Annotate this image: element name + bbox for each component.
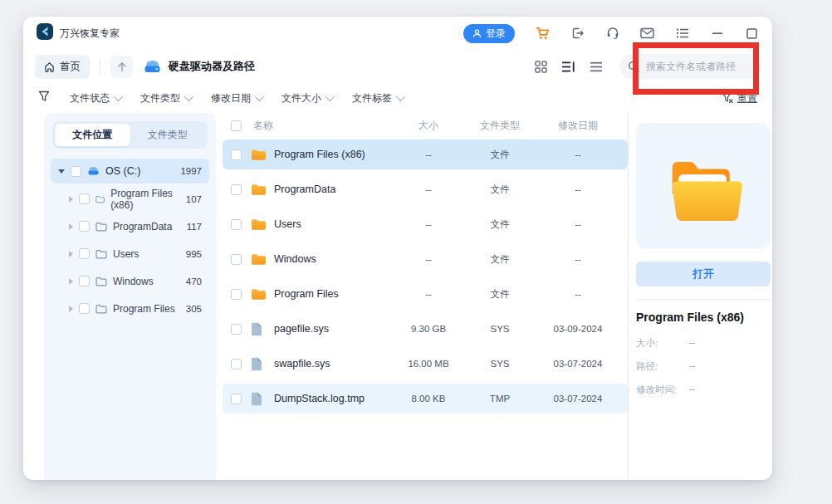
checkbox[interactable]	[79, 248, 90, 259]
tree-item-label: ProgramData	[113, 221, 172, 232]
row-checkbox[interactable]	[231, 149, 242, 160]
export-icon[interactable]	[570, 27, 585, 41]
login-button[interactable]: 登录	[463, 24, 515, 43]
row-checkbox[interactable]	[231, 289, 242, 300]
caret-down-icon[interactable]	[58, 169, 65, 174]
filter-dropdown[interactable]: 修改日期	[211, 91, 262, 105]
table-row[interactable]: Program Files -- 文件 --	[223, 279, 628, 309]
folder-icon	[251, 218, 267, 231]
tree-item[interactable]: Program Files 305	[51, 295, 209, 322]
checkbox[interactable]	[79, 193, 90, 204]
chevron-down-icon	[396, 92, 405, 101]
support-headset-icon[interactable]	[605, 27, 619, 41]
table-row[interactable]: Program Files (x86) -- 文件 --	[223, 139, 628, 169]
checkbox[interactable]	[79, 221, 90, 232]
tree-root-os-c[interactable]: OS (C:) 1997	[51, 159, 209, 183]
mail-icon[interactable]	[640, 27, 654, 41]
reset-filters-button[interactable]: 重置	[722, 91, 757, 105]
column-header-type[interactable]: 文件类型	[465, 119, 535, 133]
search-box[interactable]	[619, 54, 761, 79]
filter-dropdown[interactable]: 文件大小	[281, 91, 332, 105]
search-input[interactable]	[644, 60, 739, 73]
checkbox[interactable]	[71, 166, 81, 177]
caret-right-icon[interactable]	[69, 223, 73, 230]
table-row[interactable]: Windows -- 文件 --	[223, 244, 628, 274]
filter-bar: 文件状态 文件类型 修改日期 文件大小	[23, 83, 772, 113]
folder-outline-icon	[95, 304, 107, 314]
column-header-date[interactable]: 修改日期	[535, 119, 621, 133]
tree-children: Program Files (x86) 107 ProgramData 117	[51, 185, 209, 322]
maximize-button[interactable]	[745, 27, 759, 41]
column-header-name[interactable]: 名称	[251, 119, 392, 133]
row-checkbox[interactable]	[231, 359, 242, 369]
folder-outline-icon	[95, 222, 107, 232]
tree-item[interactable]: Windows 470	[51, 267, 209, 295]
file-type-icon	[251, 322, 274, 336]
caret-right-icon[interactable]	[69, 278, 73, 285]
select-all-checkbox[interactable]	[231, 120, 242, 131]
tree-item[interactable]: Program Files (x86) 107	[51, 185, 209, 213]
file-type-icon	[251, 149, 274, 161]
filter-dropdown[interactable]: 文件标签	[352, 91, 403, 105]
open-label: 打开	[693, 267, 714, 281]
home-label: 首页	[60, 60, 81, 74]
file-name: Windows	[274, 253, 392, 265]
app-title: 万兴恢复专家	[60, 27, 120, 41]
row-checkbox[interactable]	[231, 184, 242, 195]
caret-right-icon[interactable]	[69, 251, 73, 257]
cart-icon[interactable]	[536, 27, 550, 41]
detail-label: 路径:	[636, 360, 689, 373]
filter-dropdown[interactable]: 文件状态	[70, 91, 120, 105]
file-type-icon	[251, 183, 274, 196]
preview-details: 大小: -- 路径: -- 修改时间: --	[636, 337, 772, 396]
menu-list-icon[interactable]	[675, 27, 689, 41]
table-row[interactable]: swapfile.sys 16.00 MB SYS 03-07-2024	[223, 349, 628, 379]
minimize-button[interactable]	[710, 27, 724, 41]
filter-dropdown[interactable]: 文件类型	[140, 91, 191, 105]
filter-label: 文件大小	[281, 91, 321, 105]
home-button[interactable]: 首页	[35, 55, 90, 79]
file-date: --	[535, 254, 621, 264]
user-icon	[472, 29, 482, 38]
detail-value: --	[689, 360, 696, 373]
file-type: 文件	[465, 253, 535, 266]
sidebar-tab[interactable]: 文件位置	[55, 124, 130, 146]
drive-small-icon	[87, 166, 100, 176]
tree-item-label: Program Files (x86)	[110, 188, 180, 211]
file-date: 03-09-2024	[535, 324, 621, 334]
file-type: 文件	[465, 288, 535, 301]
file-size: --	[392, 184, 465, 194]
chevron-down-icon	[255, 92, 264, 101]
row-checkbox[interactable]	[231, 394, 242, 404]
tree-item[interactable]: Users 995	[51, 240, 209, 267]
row-checkbox[interactable]	[231, 254, 242, 265]
navigate-up-button[interactable]	[110, 56, 133, 78]
tree-root-count: 1997	[180, 166, 202, 176]
sidebar-tab[interactable]: 文件类型	[130, 124, 206, 146]
folder-icon	[251, 253, 267, 266]
checkbox[interactable]	[79, 303, 90, 314]
table-row[interactable]: pagefile.sys 9.30 GB SYS 03-09-2024	[223, 314, 628, 344]
column-header-size[interactable]: 大小	[392, 119, 465, 133]
file-type: 文件	[465, 183, 535, 196]
file-size: 16.00 MB	[392, 359, 465, 369]
caret-right-icon[interactable]	[69, 196, 73, 203]
detail-row: 修改时间: --	[636, 384, 772, 396]
grid-view-button[interactable]	[534, 60, 548, 74]
file-name: Program Files (x86)	[274, 149, 392, 160]
file-type-icon	[251, 253, 274, 266]
table-row[interactable]: ProgramData -- 文件 --	[223, 174, 628, 204]
tree-item[interactable]: ProgramData 117	[51, 213, 209, 240]
detail-view-button[interactable]	[589, 60, 603, 74]
arrow-up-icon	[117, 61, 127, 72]
filter-dropdowns: 文件状态 文件类型 修改日期 文件大小	[70, 91, 403, 105]
checkbox[interactable]	[79, 276, 90, 286]
table-row[interactable]: Users -- 文件 --	[223, 209, 628, 239]
file-size: 8.00 KB	[392, 394, 465, 404]
table-row[interactable]: DumpStack.log.tmp 8.00 KB TMP 03-07-2024	[223, 384, 628, 413]
row-checkbox[interactable]	[231, 324, 242, 335]
row-checkbox[interactable]	[231, 219, 242, 230]
list-view-button[interactable]	[561, 60, 575, 74]
open-button[interactable]: 打开	[636, 262, 771, 286]
caret-right-icon[interactable]	[69, 306, 73, 312]
